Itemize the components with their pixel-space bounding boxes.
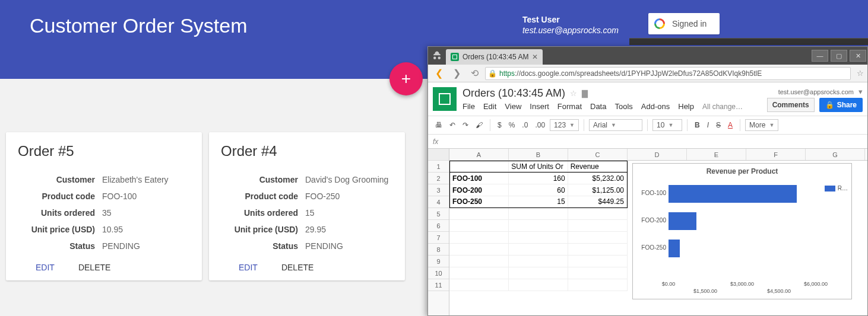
- embedded-chart[interactable]: Revenue per Product R… FOO-100FOO-200FOO…: [632, 163, 852, 299]
- cell[interactable]: [509, 244, 568, 256]
- cell[interactable]: FOO-200: [450, 184, 509, 196]
- bookmark-star-icon[interactable]: ☆: [857, 69, 864, 78]
- col-header[interactable]: A: [449, 149, 509, 160]
- col-header[interactable]: C: [568, 149, 628, 160]
- cell[interactable]: [509, 279, 568, 291]
- col-header[interactable]: F: [746, 149, 806, 160]
- window-titlebar[interactable]: Orders (10:43:45 AM ✕ — ▢ ✕: [428, 47, 867, 65]
- number-format-dropdown[interactable]: 123▼: [550, 119, 579, 131]
- folder-icon[interactable]: ▇: [582, 89, 588, 98]
- cell[interactable]: [509, 232, 568, 244]
- comments-button[interactable]: Comments: [767, 98, 815, 112]
- cell[interactable]: 15: [509, 196, 568, 208]
- cell[interactable]: [509, 208, 568, 220]
- italic-button[interactable]: I: [705, 120, 711, 130]
- font-family-dropdown[interactable]: Arial▼: [589, 119, 642, 131]
- row-header[interactable]: 1: [428, 161, 449, 173]
- unit-price-value: 29.95: [305, 225, 326, 234]
- share-button[interactable]: 🔒 Share: [819, 98, 863, 112]
- field-label: Customer: [18, 175, 95, 184]
- col-header[interactable]: D: [628, 149, 687, 160]
- cell[interactable]: [449, 244, 509, 256]
- field-label: Product code: [18, 191, 95, 201]
- cell[interactable]: [568, 244, 628, 256]
- cell[interactable]: [449, 232, 509, 244]
- increase-decimal-button[interactable]: .00: [533, 120, 547, 130]
- browser-tab[interactable]: Orders (10:43:45 AM ✕: [446, 49, 543, 65]
- print-icon[interactable]: 🖶: [433, 120, 445, 130]
- toolbar: 🖶 ↶ ↷ 🖌 $ % .0 .00 123▼ Arial▼ 10▼ B I S…: [428, 116, 867, 135]
- cell[interactable]: $5,232.00: [568, 173, 627, 184]
- cell[interactable]: 60: [509, 184, 568, 196]
- row-header[interactable]: 5: [428, 208, 449, 220]
- cell[interactable]: $449.25: [568, 196, 627, 208]
- units-ordered-value: 15: [305, 208, 315, 218]
- user-name: Test User: [522, 14, 619, 25]
- cell[interactable]: [449, 279, 509, 291]
- spreadsheet-grid[interactable]: 1 2 3 4 5 6 7 8 9 10 11 A B C D E F: [428, 149, 867, 315]
- delete-button[interactable]: DELETE: [78, 263, 110, 272]
- tab-close-icon[interactable]: ✕: [532, 53, 538, 61]
- bold-button[interactable]: B: [692, 120, 702, 130]
- cell[interactable]: [568, 232, 628, 244]
- row-header[interactable]: 10: [428, 267, 449, 279]
- nav-back-button[interactable]: ❮: [432, 66, 446, 81]
- font-size-dropdown[interactable]: 10▼: [652, 119, 682, 131]
- cell[interactable]: [568, 220, 628, 232]
- row-header[interactable]: 7: [428, 232, 449, 244]
- currency-button[interactable]: $: [495, 120, 504, 130]
- nav-forward-button[interactable]: ❯: [449, 66, 464, 81]
- col-header[interactable]: B: [509, 149, 568, 160]
- cell[interactable]: FOO-100: [450, 173, 509, 184]
- cell[interactable]: [449, 267, 509, 279]
- window-maximize-button[interactable]: ▢: [831, 50, 847, 62]
- background-window-edge: [629, 38, 868, 45]
- cell[interactable]: [449, 220, 509, 232]
- url-input[interactable]: 🔒 https ://docs.google.com/spreadsheets/…: [485, 67, 851, 80]
- cell[interactable]: [568, 279, 628, 291]
- more-toolbar-dropdown[interactable]: More▼: [745, 119, 778, 131]
- cell[interactable]: Revenue: [568, 161, 627, 172]
- row-header[interactable]: 11: [428, 279, 449, 291]
- cell[interactable]: [568, 267, 628, 279]
- row-header[interactable]: 8: [428, 244, 449, 256]
- text-color-button[interactable]: A: [726, 120, 735, 130]
- cell[interactable]: [509, 267, 568, 279]
- cell[interactable]: [450, 161, 509, 172]
- field-label: Customer: [221, 175, 298, 184]
- star-icon[interactable]: ☆: [570, 89, 577, 98]
- cell[interactable]: [568, 208, 628, 220]
- row-header[interactable]: 9: [428, 256, 449, 267]
- row-header[interactable]: 4: [428, 196, 449, 208]
- formula-bar[interactable]: fx: [428, 135, 867, 149]
- col-header[interactable]: E: [687, 149, 746, 160]
- row-header[interactable]: 6: [428, 220, 449, 232]
- strike-button[interactable]: S: [714, 120, 723, 130]
- add-order-button[interactable]: +: [389, 62, 423, 95]
- row-header[interactable]: 2: [428, 173, 449, 184]
- window-close-button[interactable]: ✕: [850, 50, 866, 62]
- edit-button[interactable]: EDIT: [36, 263, 55, 272]
- cell[interactable]: FOO-250: [450, 196, 509, 208]
- nav-reload-button[interactable]: ⟲: [467, 66, 481, 81]
- row-header[interactable]: 3: [428, 184, 449, 196]
- cell[interactable]: $1,125.00: [568, 184, 627, 196]
- redo-icon[interactable]: ↷: [460, 120, 471, 130]
- edit-button[interactable]: EDIT: [239, 263, 258, 272]
- cell[interactable]: [509, 220, 568, 232]
- delete-button[interactable]: DELETE: [281, 263, 313, 272]
- window-minimize-button[interactable]: —: [812, 50, 828, 62]
- signin-chip[interactable]: Signed in: [648, 13, 720, 34]
- decrease-decimal-button[interactable]: .0: [519, 120, 530, 130]
- cell[interactable]: [449, 208, 509, 220]
- cell[interactable]: SUM of Units Or: [509, 161, 568, 172]
- paint-format-icon[interactable]: 🖌: [473, 120, 485, 130]
- undo-icon[interactable]: ↶: [447, 120, 458, 130]
- cell[interactable]: 160: [509, 173, 568, 184]
- col-header[interactable]: G: [806, 149, 865, 160]
- cell[interactable]: [449, 256, 509, 267]
- cell[interactable]: [568, 256, 628, 267]
- account-email[interactable]: test.user@appsrocks.com: [778, 88, 854, 95]
- percent-button[interactable]: %: [506, 120, 518, 130]
- cell[interactable]: [509, 256, 568, 267]
